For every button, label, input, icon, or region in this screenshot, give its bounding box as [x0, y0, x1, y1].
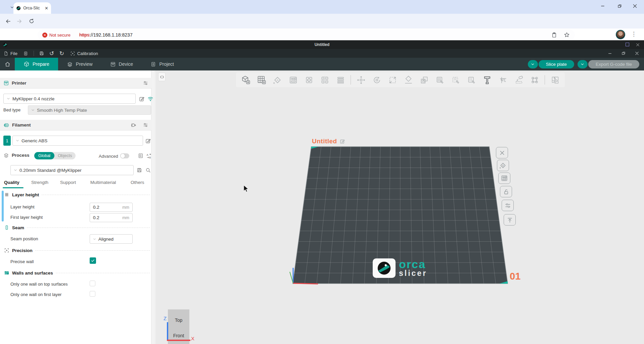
tab-prepare[interactable]: Prepare	[15, 58, 58, 70]
browser-tab-title: Orca-Slic	[23, 6, 42, 10]
tab-others[interactable]: Others	[131, 180, 144, 185]
browser-restore-button[interactable]	[612, 0, 627, 12]
export-split-button: Export G-code file	[578, 60, 639, 68]
seam-position-select[interactable]: Aligned	[90, 234, 133, 244]
bookmark-star-icon[interactable]	[563, 32, 570, 38]
not-secure-icon: ✕	[42, 33, 47, 38]
browser-tab-strip: Orca-Slic ✕	[0, 0, 644, 14]
process-section-header: Process	[3, 152, 30, 158]
export-gcode-button[interactable]: Export G-code file	[588, 60, 639, 68]
workspace: Printer MyKlipper 0.4 nozzle Bed type Sm…	[0, 70, 644, 344]
reload-button[interactable]	[28, 17, 36, 25]
gizmo-face-front[interactable]: Front	[168, 333, 189, 338]
tab-multimaterial[interactable]: Multimaterial	[90, 180, 116, 185]
lock-plate-button[interactable]	[500, 186, 512, 197]
compare-presets-icon[interactable]	[146, 153, 152, 159]
tab-project[interactable]: Project	[142, 58, 183, 70]
origin-axis-x	[293, 283, 318, 284]
edit-filament-icon[interactable]	[145, 138, 151, 144]
wifi-icon[interactable]	[147, 95, 154, 102]
filament-preset-combo[interactable]: Generic ABS	[12, 136, 143, 146]
tab-strength[interactable]: Strength	[31, 180, 48, 185]
filament-settings-icon[interactable]	[143, 122, 148, 128]
tab-support[interactable]: Support	[60, 180, 76, 185]
layer-height-input[interactable]: 0.2 mm	[90, 203, 133, 212]
seam-group-header: Seam	[4, 225, 150, 230]
undo-button[interactable]: ↺	[47, 49, 57, 58]
build-plate[interactable]	[155, 70, 644, 344]
filament-slot-badge[interactable]: 1	[3, 136, 11, 146]
one-wall-top-checkbox[interactable]	[90, 281, 95, 286]
printer-settings-icon[interactable]	[143, 80, 148, 86]
send-to-device-icon[interactable]	[551, 32, 557, 38]
titlebar-restore-icon[interactable]	[626, 43, 629, 46]
edit-printer-icon[interactable]	[139, 96, 145, 102]
arrange-plate-button[interactable]	[498, 173, 510, 184]
orient-plate-button[interactable]	[497, 160, 509, 171]
params-scrollbar-thumb[interactable]	[2, 191, 4, 222]
printer-preset-combo[interactable]: MyKlipper 0.4 nozzle	[3, 94, 136, 104]
app-close-icon[interactable]	[635, 51, 639, 56]
scope-global-button[interactable]: Global	[34, 152, 54, 159]
rename-plate-icon[interactable]	[339, 138, 346, 144]
sidebar-scroll-track[interactable]	[151, 70, 154, 344]
app-navbar: Prepare Preview Device Project Slice pla…	[0, 58, 644, 70]
tab-quality[interactable]: Quality	[4, 180, 19, 185]
search-settings-icon[interactable]	[145, 167, 151, 173]
slice-plate-button[interactable]: Slice plate	[539, 60, 574, 68]
save-preset-icon[interactable]	[136, 167, 142, 173]
app-restore-icon[interactable]	[621, 51, 626, 56]
export-options-chevron[interactable]	[578, 60, 588, 68]
mouse-cursor	[242, 185, 250, 193]
filament-section-header: Filament	[0, 120, 152, 131]
bed-type-select[interactable]: Smooth High Temp Plate	[28, 105, 151, 115]
browser-close-button[interactable]	[627, 0, 643, 12]
menu-calibration[interactable]: Calibration	[67, 49, 101, 58]
printer-icon	[110, 61, 116, 67]
app-title: Untitled	[0, 42, 644, 47]
orientation-gizmo[interactable]: Top Front	[168, 309, 189, 344]
slice-options-chevron[interactable]	[528, 60, 538, 68]
forward-button[interactable]	[15, 17, 24, 25]
plate-name-tab[interactable]: Untitled	[312, 138, 346, 145]
move-plate-front-button[interactable]	[504, 214, 516, 226]
app-minimize-icon[interactable]	[607, 51, 612, 56]
home-button[interactable]	[0, 58, 15, 70]
plate-settings-button[interactable]	[502, 200, 514, 211]
add-filament-icon[interactable]	[131, 122, 137, 128]
viewport-3d[interactable]: Untitled	[155, 70, 644, 344]
browser-tab[interactable]: Orca-Slic ✕	[13, 2, 51, 14]
gizmo-z-axis	[167, 322, 168, 341]
precise-wall-checkbox[interactable]	[90, 257, 96, 264]
browser-menu-icon[interactable]: ⋮	[631, 31, 637, 38]
notes-button[interactable]	[21, 49, 31, 58]
menu-file[interactable]: File	[0, 49, 21, 58]
layer-height-label: Layer height	[10, 204, 35, 209]
tab-device[interactable]: Device	[101, 58, 142, 70]
redo-button[interactable]: ↻	[57, 49, 67, 58]
process-list-icon[interactable]	[138, 153, 144, 159]
save-button[interactable]	[37, 49, 47, 58]
process-preset-combo[interactable]: 0.20mm Standard @MyKlipper	[10, 165, 134, 175]
back-button[interactable]	[4, 17, 12, 25]
tab-preview[interactable]: Preview	[58, 58, 101, 70]
tab-close-icon[interactable]: ✕	[45, 6, 48, 10]
address-bar[interactable]: ✕ Not secure https://192.168.1.18:8237	[38, 29, 575, 41]
delete-plate-button[interactable]	[496, 147, 508, 158]
gizmo-face-top[interactable]: Top	[168, 317, 189, 323]
one-wall-first-checkbox[interactable]	[90, 291, 95, 297]
scope-objects-button[interactable]: Objects	[54, 153, 75, 158]
not-secure-label: Not secure	[49, 33, 71, 38]
not-secure-chip[interactable]: ✕ Not secure	[42, 33, 71, 38]
process-scope-toggle: Global Objects	[34, 152, 76, 159]
plate-name: Untitled	[312, 138, 337, 145]
precise-wall-label: Precise wall	[10, 259, 34, 264]
advanced-label: Advanced	[99, 154, 118, 159]
first-layer-height-input[interactable]: 0.2 mm	[90, 213, 133, 222]
chevron-down-icon	[6, 97, 10, 101]
titlebar-close-icon[interactable]	[636, 43, 640, 47]
profile-avatar[interactable]	[616, 30, 625, 39]
advanced-toggle[interactable]	[120, 153, 129, 158]
seam-position-label: Seam position	[10, 236, 38, 241]
browser-minimize-button[interactable]	[595, 0, 610, 12]
